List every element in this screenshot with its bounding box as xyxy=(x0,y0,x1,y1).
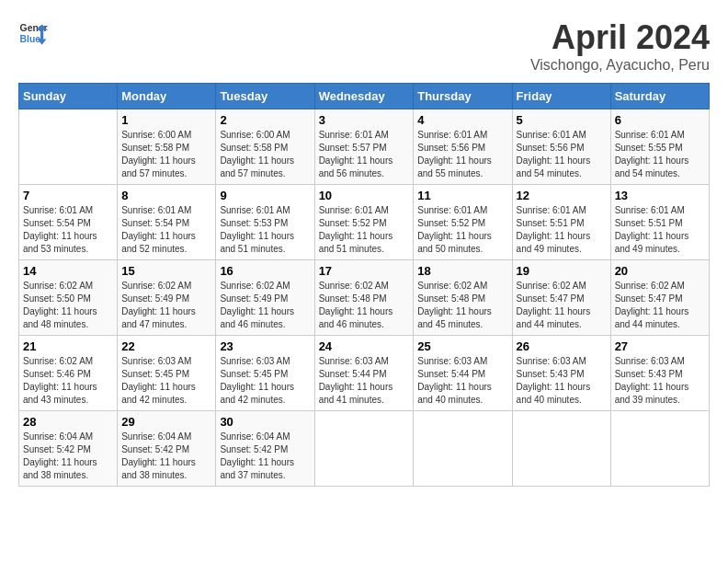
weekday-header-friday: Friday xyxy=(512,84,610,109)
day-number: 5 xyxy=(517,113,607,127)
day-info: Sunrise: 6:04 AMSunset: 5:42 PMDaylight:… xyxy=(220,431,310,482)
calendar-cell: 15 Sunrise: 6:02 AMSunset: 5:49 PMDaylig… xyxy=(118,260,216,336)
day-info: Sunrise: 6:02 AMSunset: 5:46 PMDaylight:… xyxy=(23,355,113,407)
day-number: 10 xyxy=(319,189,410,202)
day-info: Sunrise: 6:04 AMSunset: 5:42 PMDaylight:… xyxy=(121,431,211,482)
calendar-week-row: 14 Sunrise: 6:02 AMSunset: 5:50 PMDaylig… xyxy=(19,260,710,336)
weekday-header-thursday: Thursday xyxy=(414,84,512,109)
day-info: Sunrise: 6:01 AMSunset: 5:51 PMDaylight:… xyxy=(615,204,705,256)
day-number: 11 xyxy=(417,189,507,202)
location-title: Vischongo, Ayacucho, Peru xyxy=(530,57,710,74)
day-number: 3 xyxy=(319,113,410,127)
day-info: Sunrise: 6:01 AMSunset: 5:52 PMDaylight:… xyxy=(319,204,410,256)
calendar-cell: 7 Sunrise: 6:01 AMSunset: 5:54 PMDayligh… xyxy=(19,185,118,260)
weekday-header-wednesday: Wednesday xyxy=(314,84,414,109)
day-number: 21 xyxy=(23,339,113,353)
calendar-cell: 28 Sunrise: 6:04 AMSunset: 5:42 PMDaylig… xyxy=(19,411,118,487)
header: General Blue April 2024 Vischongo, Ayacu… xyxy=(18,18,710,74)
calendar-cell xyxy=(414,411,512,487)
calendar-cell xyxy=(314,411,414,487)
day-number: 26 xyxy=(517,339,607,353)
calendar-cell: 16 Sunrise: 6:02 AMSunset: 5:49 PMDaylig… xyxy=(216,260,314,336)
day-number: 13 xyxy=(615,189,705,202)
calendar-week-row: 28 Sunrise: 6:04 AMSunset: 5:42 PMDaylig… xyxy=(19,411,710,487)
day-info: Sunrise: 6:02 AMSunset: 5:47 PMDaylight:… xyxy=(615,280,705,331)
calendar-cell: 25 Sunrise: 6:03 AMSunset: 5:44 PMDaylig… xyxy=(414,336,512,411)
logo: General Blue xyxy=(18,18,51,48)
calendar-cell: 18 Sunrise: 6:02 AMSunset: 5:48 PMDaylig… xyxy=(414,260,512,336)
day-number: 1 xyxy=(121,113,211,127)
day-info: Sunrise: 6:01 AMSunset: 5:53 PMDaylight:… xyxy=(220,204,310,256)
day-info: Sunrise: 6:02 AMSunset: 5:50 PMDaylight:… xyxy=(23,280,113,331)
calendar-cell: 20 Sunrise: 6:02 AMSunset: 5:47 PMDaylig… xyxy=(610,260,709,336)
calendar-cell: 6 Sunrise: 6:01 AMSunset: 5:55 PMDayligh… xyxy=(610,109,709,185)
calendar-cell: 30 Sunrise: 6:04 AMSunset: 5:42 PMDaylig… xyxy=(216,411,314,487)
day-info: Sunrise: 6:01 AMSunset: 5:56 PMDaylight:… xyxy=(517,129,607,180)
day-info: Sunrise: 6:01 AMSunset: 5:57 PMDaylight:… xyxy=(319,129,410,180)
calendar-cell: 14 Sunrise: 6:02 AMSunset: 5:50 PMDaylig… xyxy=(19,260,118,336)
day-number: 20 xyxy=(615,264,705,278)
calendar-cell: 17 Sunrise: 6:02 AMSunset: 5:48 PMDaylig… xyxy=(314,260,414,336)
day-number: 29 xyxy=(121,415,211,429)
day-number: 22 xyxy=(121,339,211,353)
calendar-cell: 12 Sunrise: 6:01 AMSunset: 5:51 PMDaylig… xyxy=(512,185,610,260)
weekday-header-monday: Monday xyxy=(118,84,216,109)
svg-text:Blue: Blue xyxy=(20,34,41,44)
day-number: 28 xyxy=(23,415,113,429)
day-info: Sunrise: 6:00 AMSunset: 5:58 PMDaylight:… xyxy=(220,129,310,180)
day-info: Sunrise: 6:01 AMSunset: 5:54 PMDaylight:… xyxy=(121,204,211,256)
calendar-cell: 24 Sunrise: 6:03 AMSunset: 5:44 PMDaylig… xyxy=(314,336,414,411)
day-info: Sunrise: 6:02 AMSunset: 5:49 PMDaylight:… xyxy=(121,280,211,331)
day-info: Sunrise: 6:01 AMSunset: 5:56 PMDaylight:… xyxy=(417,129,507,180)
calendar-cell: 1 Sunrise: 6:00 AMSunset: 5:58 PMDayligh… xyxy=(118,109,216,185)
calendar-cell: 13 Sunrise: 6:01 AMSunset: 5:51 PMDaylig… xyxy=(610,185,709,260)
title-area: April 2024 Vischongo, Ayacucho, Peru xyxy=(530,18,710,74)
weekday-header-row: SundayMondayTuesdayWednesdayThursdayFrid… xyxy=(19,84,710,109)
day-info: Sunrise: 6:01 AMSunset: 5:51 PMDaylight:… xyxy=(517,204,607,256)
day-number: 12 xyxy=(517,189,607,202)
day-number: 25 xyxy=(417,339,507,353)
day-number: 7 xyxy=(23,189,113,202)
day-info: Sunrise: 6:03 AMSunset: 5:43 PMDaylight:… xyxy=(517,355,607,407)
calendar-cell: 19 Sunrise: 6:02 AMSunset: 5:47 PMDaylig… xyxy=(512,260,610,336)
calendar-cell: 11 Sunrise: 6:01 AMSunset: 5:52 PMDaylig… xyxy=(414,185,512,260)
day-info: Sunrise: 6:03 AMSunset: 5:44 PMDaylight:… xyxy=(319,355,410,407)
day-number: 9 xyxy=(220,189,310,202)
day-number: 23 xyxy=(220,339,310,353)
calendar-cell: 23 Sunrise: 6:03 AMSunset: 5:45 PMDaylig… xyxy=(216,336,314,411)
month-title: April 2024 xyxy=(530,18,710,57)
day-info: Sunrise: 6:02 AMSunset: 5:48 PMDaylight:… xyxy=(319,280,410,331)
calendar-cell xyxy=(512,411,610,487)
calendar-cell: 3 Sunrise: 6:01 AMSunset: 5:57 PMDayligh… xyxy=(314,109,414,185)
weekday-header-tuesday: Tuesday xyxy=(216,84,314,109)
calendar-cell: 29 Sunrise: 6:04 AMSunset: 5:42 PMDaylig… xyxy=(118,411,216,487)
day-number: 17 xyxy=(319,264,410,278)
day-info: Sunrise: 6:03 AMSunset: 5:43 PMDaylight:… xyxy=(615,355,705,407)
weekday-header-sunday: Sunday xyxy=(19,84,118,109)
calendar-table: SundayMondayTuesdayWednesdayThursdayFrid… xyxy=(18,83,710,487)
day-info: Sunrise: 6:04 AMSunset: 5:42 PMDaylight:… xyxy=(23,431,113,482)
calendar-cell: 10 Sunrise: 6:01 AMSunset: 5:52 PMDaylig… xyxy=(314,185,414,260)
calendar-cell: 9 Sunrise: 6:01 AMSunset: 5:53 PMDayligh… xyxy=(216,185,314,260)
day-info: Sunrise: 6:01 AMSunset: 5:55 PMDaylight:… xyxy=(615,129,705,180)
day-number: 19 xyxy=(517,264,607,278)
day-info: Sunrise: 6:03 AMSunset: 5:45 PMDaylight:… xyxy=(220,355,310,407)
day-info: Sunrise: 6:01 AMSunset: 5:52 PMDaylight:… xyxy=(417,204,507,256)
day-info: Sunrise: 6:00 AMSunset: 5:58 PMDaylight:… xyxy=(121,129,211,180)
calendar-week-row: 7 Sunrise: 6:01 AMSunset: 5:54 PMDayligh… xyxy=(19,185,710,260)
day-number: 24 xyxy=(319,339,410,353)
calendar-cell xyxy=(610,411,709,487)
day-number: 30 xyxy=(220,415,310,429)
calendar-cell: 8 Sunrise: 6:01 AMSunset: 5:54 PMDayligh… xyxy=(118,185,216,260)
day-number: 27 xyxy=(615,339,705,353)
day-info: Sunrise: 6:01 AMSunset: 5:54 PMDaylight:… xyxy=(23,204,113,256)
day-number: 8 xyxy=(121,189,211,202)
calendar-cell: 5 Sunrise: 6:01 AMSunset: 5:56 PMDayligh… xyxy=(512,109,610,185)
day-number: 18 xyxy=(417,264,507,278)
day-number: 6 xyxy=(615,113,705,127)
calendar-cell xyxy=(19,109,118,185)
calendar-cell: 27 Sunrise: 6:03 AMSunset: 5:43 PMDaylig… xyxy=(610,336,709,411)
day-info: Sunrise: 6:02 AMSunset: 5:48 PMDaylight:… xyxy=(417,280,507,331)
day-number: 2 xyxy=(220,113,310,127)
calendar-cell: 22 Sunrise: 6:03 AMSunset: 5:45 PMDaylig… xyxy=(118,336,216,411)
